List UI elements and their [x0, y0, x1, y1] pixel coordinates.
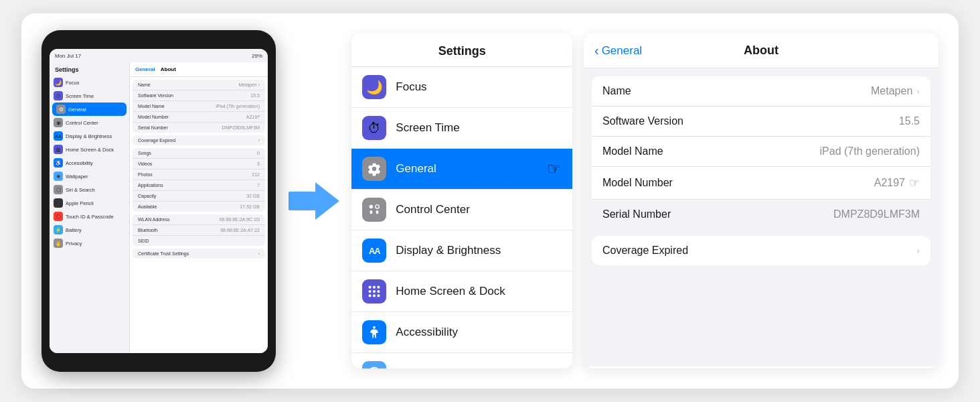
- svg-point-0: [370, 205, 374, 209]
- coverage-chevron-icon: ›: [916, 245, 920, 256]
- svg-rect-5: [373, 286, 376, 289]
- ipad-detail-row-software: Software Version 15.5: [133, 90, 265, 101]
- ipad-sidebar-item-touch-id[interactable]: ⬡ Touch ID & Passcode: [50, 210, 129, 223]
- settings-item-display[interactable]: AA Display & Brightness: [351, 230, 572, 271]
- screen-time-settings-label: Screen Time: [396, 121, 459, 135]
- about-value-model-number: A2197 ☞: [874, 176, 920, 190]
- about-label-coverage: Coverage Expired: [602, 245, 688, 257]
- ipad-sidebar-item-siri[interactable]: ⬡ Siri & Search: [50, 183, 129, 196]
- ipad-battery: 29%: [252, 53, 262, 59]
- accessibility-settings-label: Accessibility: [396, 326, 458, 339]
- ipad-detail-row-available: Available 17.52 GB: [133, 202, 265, 212]
- home-screen-settings-label: Home Screen & Dock: [396, 285, 505, 298]
- svg-rect-9: [378, 290, 380, 293]
- ipad-detail-row-songs: Songs 0: [133, 148, 265, 159]
- home-screen-icon: ▦: [54, 145, 63, 154]
- ipad-detail-section-4: WLAN Address 68:88:8E:2A:9C:1D Bluetooth…: [133, 214, 265, 246]
- ipad-detail: General About Name Metapen › Software Ve…: [130, 62, 268, 353]
- about-section-1: Name Metapen › Software Version 15.5 Mod…: [592, 76, 930, 229]
- focus-icon: 🌙: [54, 78, 63, 87]
- settings-item-control-center[interactable]: Control Center: [351, 190, 572, 230]
- about-panel: ‹ General About Name Metapen › Software …: [584, 34, 938, 368]
- focus-settings-icon: 🌙: [362, 75, 386, 99]
- about-label-model-name: Model Name: [602, 145, 663, 157]
- ipad-sidebar-item-battery[interactable]: ⚡ Battery: [50, 223, 129, 237]
- about-label-software: Software Version: [602, 115, 683, 127]
- ipad-detail-section-2: Coverage Expired ›: [133, 135, 265, 145]
- settings-item-accessibility[interactable]: Accessibility: [351, 312, 572, 353]
- ipad-detail-row-apps: Applications 7: [133, 180, 265, 191]
- arrow-container: [287, 182, 341, 220]
- svg-rect-8: [373, 290, 376, 293]
- svg-rect-6: [378, 286, 380, 289]
- ipad-mockup: Mon Jul 17 29% Settings 🌙 Focus ⏱ Screen…: [42, 30, 276, 372]
- ipad-detail-row-seid: SEID: [133, 236, 265, 246]
- ipad-sidebar: Settings 🌙 Focus ⏱ Screen Time ⚙ General: [50, 62, 130, 353]
- settings-item-focus[interactable]: 🌙 Focus: [351, 67, 572, 108]
- cursor-hand-model: ☞: [909, 176, 920, 190]
- wallpaper-settings-icon: [362, 361, 386, 368]
- touch-id-icon: ⬡: [54, 212, 63, 221]
- home-screen-settings-icon: [362, 279, 386, 304]
- about-row-model-name: Model Name iPad (7th generation): [592, 137, 930, 167]
- ipad-sidebar-item-screen-time[interactable]: ⏱ Screen Time: [50, 89, 129, 103]
- ipad-sidebar-title: Settings: [50, 62, 129, 76]
- ipad-sidebar-item-general[interactable]: ⚙ General: [52, 103, 127, 116]
- ipad-sidebar-item-apple-pencil[interactable]: ✏ Apple Pencil: [50, 196, 129, 210]
- ipad-sidebar-item-display[interactable]: AA Display & Brightness: [50, 129, 129, 143]
- main-scene: Mon Jul 17 29% Settings 🌙 Focus ⏱ Screen…: [21, 13, 959, 389]
- about-label-serial: Serial Number: [602, 208, 671, 220]
- svg-rect-10: [369, 295, 372, 297]
- svg-rect-11: [373, 295, 376, 297]
- about-value-software: 15.5: [899, 115, 920, 127]
- about-row-serial: Serial Number DMPZ8D9LMF3M: [592, 200, 930, 229]
- ipad-detail-row-wlan: WLAN Address 68:88:8E:2A:9C:1D: [133, 214, 265, 225]
- name-chevron-icon: ›: [916, 86, 920, 96]
- ipad-detail-section-5: Certificate Trust Settings ›: [133, 249, 265, 259]
- ipad-screen: Mon Jul 17 29% Settings 🌙 Focus ⏱ Screen…: [50, 49, 268, 353]
- about-back-button[interactable]: ‹ General: [594, 43, 642, 58]
- about-row-coverage[interactable]: Coverage Expired ›: [592, 236, 930, 265]
- wallpaper-settings-label: Wallpaper: [396, 366, 446, 368]
- about-label-model-number: Model Number: [602, 177, 673, 189]
- screen-time-settings-icon: ⏱: [362, 116, 386, 140]
- ipad-detail-section-3: Songs 0 Videos 3 Photos 212 Applicatio: [133, 148, 265, 212]
- ipad-detail-row-coverage[interactable]: Coverage Expired ›: [133, 135, 265, 145]
- ipad-detail-row-cert[interactable]: Certificate Trust Settings ›: [133, 249, 265, 259]
- general-settings-label: General: [396, 162, 436, 176]
- settings-item-wallpaper[interactable]: Wallpaper: [351, 353, 572, 368]
- svg-rect-12: [378, 295, 380, 297]
- about-row-software: Software Version 15.5: [592, 107, 930, 137]
- about-section-2: Coverage Expired ›: [592, 236, 930, 265]
- ipad-detail-row-model-name: Model Name iPad (7th generation): [133, 101, 265, 112]
- about-value-serial: DMPZ8D9LMF3M: [833, 208, 920, 220]
- ipad-detail-section-1: Name Metapen › Software Version 15.5 Mod…: [133, 80, 265, 133]
- settings-item-home-screen[interactable]: Home Screen & Dock: [351, 271, 572, 312]
- ipad-detail-back[interactable]: General: [135, 66, 155, 72]
- control-center-settings-icon: [362, 198, 386, 222]
- ipad-sidebar-item-control-center[interactable]: ◉ Control Center: [50, 116, 129, 129]
- cursor-hand-general: ☞: [547, 159, 562, 178]
- about-title: About: [744, 44, 779, 58]
- ipad-sidebar-item-home-screen[interactable]: ▦ Home Screen & Dock: [50, 143, 129, 156]
- display-icon: AA: [54, 131, 63, 141]
- about-header: ‹ General About: [584, 34, 938, 68]
- siri-icon: ⬡: [54, 185, 63, 194]
- ipad-sidebar-item-wallpaper[interactable]: ❀ Wallpaper: [50, 170, 129, 183]
- about-content: Name Metapen › Software Version 15.5 Mod…: [584, 68, 938, 366]
- ipad-detail-row-bluetooth: Bluetooth 68:88:8E:2A:A7:22: [133, 225, 265, 236]
- settings-header: Settings: [351, 34, 572, 67]
- ipad-detail-row-serial: Serial Number DMPZ8D9LMF3M: [133, 123, 265, 133]
- ipad-sidebar-item-focus[interactable]: 🌙 Focus: [50, 76, 129, 89]
- ipad-detail-row-name: Name Metapen ›: [133, 80, 265, 90]
- display-settings-label: Display & Brightness: [396, 244, 501, 257]
- about-back-label: General: [602, 44, 642, 58]
- about-value-model-name: iPad (7th generation): [820, 145, 920, 157]
- ipad-sidebar-item-accessibility[interactable]: ♿ Accessibility: [50, 156, 129, 170]
- battery-icon: ⚡: [54, 225, 63, 234]
- ipad-detail-row-photos: Photos 212: [133, 170, 265, 180]
- settings-item-general[interactable]: General ☞: [351, 149, 572, 190]
- settings-item-screen-time[interactable]: ⏱ Screen Time: [351, 108, 572, 149]
- ipad-sidebar-item-privacy[interactable]: 🤚 Privacy: [50, 237, 129, 250]
- about-label-name: Name: [602, 85, 631, 97]
